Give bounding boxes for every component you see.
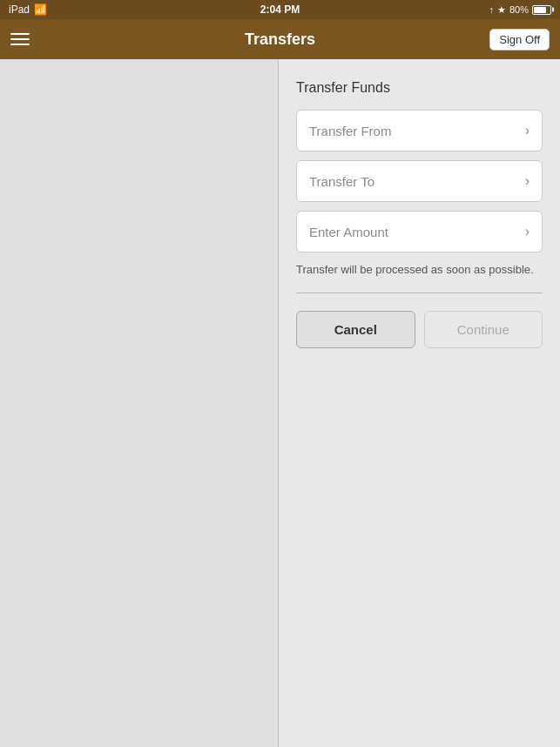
transfer-to-chevron-icon: ›	[525, 173, 530, 189]
main-layout: Transfer Funds Transfer From › Transfer …	[0, 59, 560, 747]
status-bar-left: iPad 📶	[9, 3, 47, 16]
continue-button: Continue	[424, 311, 543, 348]
buttons-row: Cancel Continue	[296, 311, 543, 348]
left-panel	[0, 59, 279, 747]
nav-title: Transfers	[245, 30, 315, 49]
battery-percent: 80%	[509, 4, 529, 15]
status-bar: iPad 📶 2:04 PM ↑ ★ 80%	[0, 0, 560, 19]
battery-fill	[534, 7, 546, 13]
transfer-from-chevron-icon: ›	[525, 123, 530, 138]
sign-off-button[interactable]: Sign Off	[489, 29, 550, 50]
transfer-to-field[interactable]: Transfer To ›	[296, 160, 543, 202]
location-icon: ↑	[489, 4, 494, 15]
enter-amount-chevron-icon: ›	[525, 224, 530, 239]
transfer-from-label: Transfer From	[309, 124, 391, 138]
wifi-icon: 📶	[34, 3, 47, 16]
status-bar-right: ↑ ★ 80%	[489, 4, 551, 16]
info-text: Transfer will be processed as soon as po…	[296, 261, 543, 279]
cancel-button[interactable]: Cancel	[296, 311, 415, 348]
hamburger-menu-icon[interactable]	[10, 33, 31, 45]
nav-bar: Transfers Sign Off	[0, 19, 560, 59]
divider	[296, 293, 543, 293]
right-panel: Transfer Funds Transfer From › Transfer …	[279, 59, 560, 747]
enter-amount-field[interactable]: Enter Amount ›	[296, 211, 543, 252]
status-bar-time: 2:04 PM	[260, 3, 300, 16]
carrier-label: iPad	[9, 3, 30, 16]
enter-amount-label: Enter Amount	[309, 225, 388, 239]
battery-icon	[532, 5, 551, 15]
bluetooth-icon: ★	[497, 4, 506, 16]
transfer-from-field[interactable]: Transfer From ›	[296, 110, 543, 151]
section-title: Transfer Funds	[296, 80, 543, 96]
transfer-to-label: Transfer To	[309, 174, 374, 189]
